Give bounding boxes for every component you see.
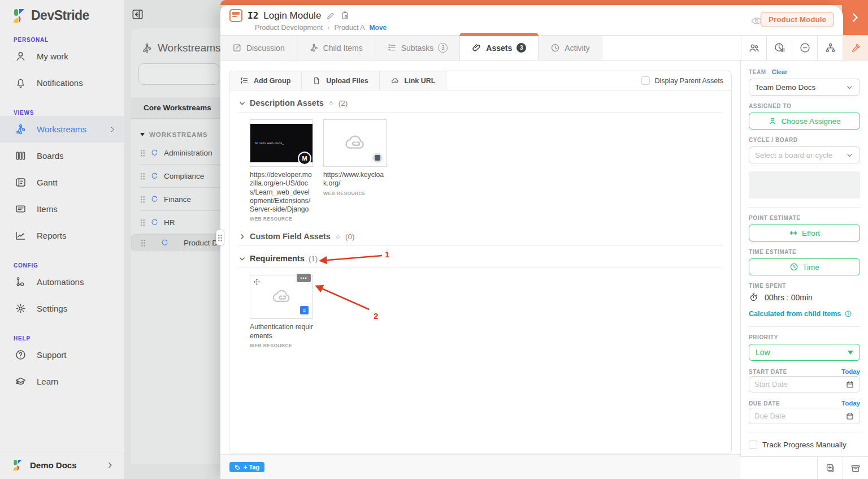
workstream-row[interactable]: Administration <box>140 141 220 165</box>
cycle-icon <box>150 218 159 227</box>
track-progress-checkbox[interactable] <box>749 441 757 449</box>
panel-collapse-icon <box>131 8 144 21</box>
collapse-panel-button[interactable] <box>131 8 144 21</box>
sidebar-item-boards[interactable]: Boards <box>0 143 124 169</box>
asset-card-mdn[interactable]: M mdn web docs_ M https://developer.mozi… <box>250 119 313 222</box>
list-icon <box>240 76 249 85</box>
sidebar-item-reports[interactable]: Reports <box>0 222 124 249</box>
panel-resize-handle[interactable] <box>216 230 224 245</box>
cycle-icon <box>150 149 159 157</box>
drag-grip-icon[interactable] <box>140 219 145 226</box>
workstream-row[interactable]: HR <box>140 211 220 234</box>
point-estimate-label: POINT ESTIMATE <box>749 215 860 221</box>
item-detail-modal: I2 Login Module Product Development › Pr… <box>220 0 868 479</box>
duplicate-item-button[interactable] <box>817 457 843 479</box>
item-type-badge[interactable]: Product Module <box>761 12 834 27</box>
nav-section-help: HELP <box>0 335 124 342</box>
move-link[interactable]: Move <box>370 24 387 32</box>
section-title: Requirements <box>250 254 305 263</box>
tab-label: Assets <box>486 44 512 53</box>
asset-menu-button[interactable]: ••• <box>297 274 311 282</box>
tab-subtasks[interactable]: Subtasks 3 <box>375 36 461 60</box>
asset-name[interactable]: https://developer.mozilla.org/en-US/docs… <box>250 171 313 214</box>
sidebar-item-my-work[interactable]: My work <box>0 43 124 70</box>
choose-assignee-button[interactable]: Choose Assignee <box>749 113 860 130</box>
sidebar-item-learn[interactable]: Learn <box>0 368 124 395</box>
drag-grip-icon[interactable] <box>140 172 145 180</box>
drag-grip-icon[interactable] <box>141 239 146 247</box>
time-button[interactable]: Time <box>749 258 860 275</box>
tab-assets[interactable]: Assets 3 <box>460 36 539 60</box>
workstream-row[interactable]: Finance <box>140 188 220 211</box>
tree-group-toggle[interactable]: WORKSTREAMS <box>140 131 220 138</box>
start-date-today-link[interactable]: Today <box>841 368 860 375</box>
cycle-board-select[interactable]: Select a board or cycle <box>749 146 860 163</box>
sidebar-item-settings[interactable]: Settings <box>0 295 124 322</box>
sidebar-item-notifications[interactable]: Notifications <box>0 70 124 96</box>
priority-select[interactable]: Low <box>749 344 860 361</box>
style-picker-button[interactable] <box>843 36 868 60</box>
workstream-row[interactable]: Compliance <box>140 165 220 188</box>
track-progress-label: Track Progress Manually <box>762 441 847 449</box>
workstream-row-selected[interactable]: Product Development <box>131 234 220 251</box>
asset-thumbnail: ••• ≡ <box>250 275 313 319</box>
sidebar-item-support[interactable]: Support <box>0 342 124 368</box>
link-url-label: Link URL <box>405 77 436 85</box>
asset-name[interactable]: https://www.keycloak.org/ <box>323 171 387 188</box>
move-icon[interactable] <box>253 278 261 286</box>
dumbbell-icon <box>789 228 798 238</box>
blockers-button[interactable] <box>792 36 817 60</box>
metrics-button[interactable] <box>766 36 792 60</box>
annotation-label-2: 2 <box>374 311 378 321</box>
calendar-icon[interactable] <box>845 412 854 421</box>
workspace-switcher[interactable]: Demo Docs <box>0 451 124 479</box>
upload-files-label: Upload Files <box>326 77 368 85</box>
next-panel-edge[interactable] <box>842 0 868 36</box>
section-requirements[interactable]: Requirements (1) <box>238 254 722 268</box>
tab-discussion[interactable]: Discussion <box>220 36 297 60</box>
section-count: (2) <box>338 99 348 107</box>
calculated-label: Calculated from child items <box>749 310 841 318</box>
due-date-input[interactable] <box>754 412 822 420</box>
drag-grip-icon[interactable] <box>140 196 145 203</box>
section-description-assets[interactable]: Description Assets (2) <box>238 98 722 113</box>
sidebar-item-items[interactable]: Items <box>0 196 124 222</box>
asset-name[interactable]: Authentication requirements <box>250 323 313 340</box>
asset-card-keycloak[interactable]: https://www.keycloak.org/ WEB RESOURCE <box>323 119 387 222</box>
sidebar-item-gantt[interactable]: Gantt <box>0 169 124 196</box>
team-select[interactable]: Team Demo Docs <box>749 79 860 96</box>
calculated-from-child-items-link[interactable]: Calculated from child items <box>749 310 860 318</box>
breadcrumb-part[interactable]: Product A <box>334 24 364 32</box>
sidebar-item-workstreams[interactable]: Workstreams <box>0 116 124 143</box>
breadcrumb-part[interactable]: Product Development <box>255 24 323 32</box>
section-custom-field-assets[interactable]: Custom Field Assets (0) <box>238 232 722 246</box>
link-url-button[interactable]: Link URL <box>380 71 447 90</box>
workstreams-search-input[interactable] <box>138 63 219 85</box>
sidebar-item-automations[interactable]: Automations <box>0 269 124 295</box>
brand-name: DevStride <box>31 8 89 23</box>
upload-files-button[interactable]: Upload Files <box>302 71 379 90</box>
triangle-down-icon <box>848 351 853 355</box>
copy-item-icon[interactable] <box>340 11 350 20</box>
display-parent-assets-checkbox[interactable] <box>641 76 650 85</box>
team-clear-link[interactable]: Clear <box>772 68 788 75</box>
add-tag-button[interactable]: + Tag <box>229 462 264 472</box>
edit-pencil-icon[interactable] <box>326 11 335 20</box>
effort-button[interactable]: Effort <box>749 225 860 241</box>
add-group-button[interactable]: Add Group <box>229 71 302 90</box>
workstream-group-header[interactable]: Core Workstreams <box>131 97 220 119</box>
drag-grip-icon[interactable] <box>140 149 145 157</box>
hierarchy-button[interactable] <box>817 36 843 60</box>
time-label: Time <box>802 263 819 271</box>
calendar-icon[interactable] <box>845 380 854 389</box>
tab-child-items[interactable]: Child Items <box>297 36 375 60</box>
tab-activity[interactable]: Activity <box>539 36 602 60</box>
archive-item-button[interactable] <box>843 457 868 479</box>
members-button[interactable] <box>741 36 766 60</box>
due-date-today-link[interactable]: Today <box>841 400 860 407</box>
file-icon <box>313 76 321 85</box>
assets-paperclip-icon <box>472 43 481 53</box>
start-date-input[interactable] <box>754 380 822 389</box>
chevron-down-icon <box>238 255 246 262</box>
asset-card-requirement[interactable]: ••• ≡ Authentication requirements WEB RE… <box>250 275 313 348</box>
